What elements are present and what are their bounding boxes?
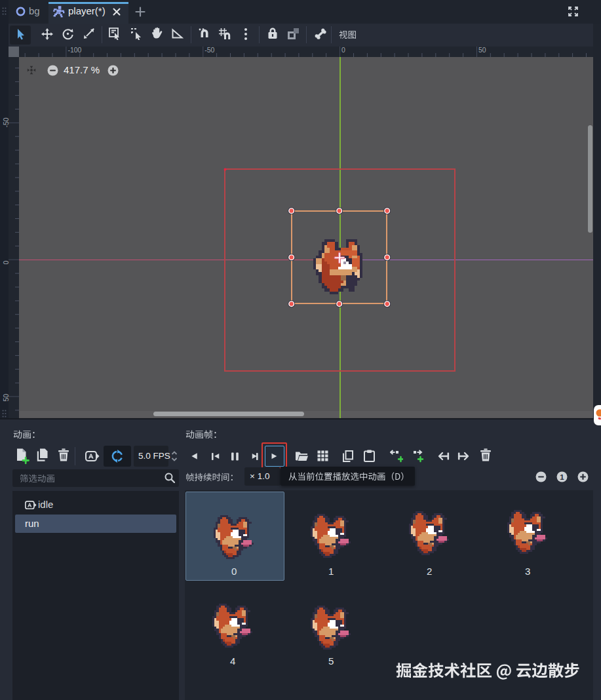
svg-text:1: 1 [560, 473, 564, 480]
